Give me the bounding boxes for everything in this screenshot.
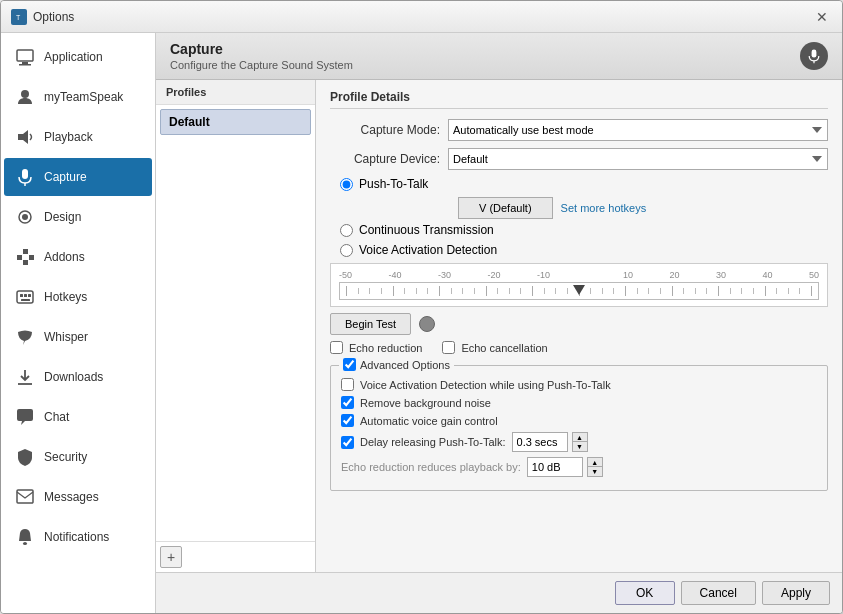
svg-rect-22 (23, 542, 27, 545)
profile-list: Default (156, 105, 315, 541)
sidebar-item-application[interactable]: Application (4, 38, 152, 76)
svg-rect-17 (24, 294, 27, 297)
sidebar-item-hotkeys[interactable]: Hotkeys (4, 278, 152, 316)
sidebar-item-downloads[interactable]: Downloads (4, 358, 152, 396)
auto-voice-gain-checkbox[interactable] (341, 414, 354, 427)
voice-activation-label[interactable]: Voice Activation Detection (359, 243, 497, 257)
design-icon (14, 206, 36, 228)
advanced-options-label[interactable]: Advanced Options (360, 359, 450, 371)
echo-playback-input[interactable] (527, 457, 583, 477)
sidebar-label-application: Application (44, 50, 103, 64)
echo-checks-row: Echo reduction Echo cancellation (330, 341, 828, 359)
sidebar-item-playback[interactable]: Playback (4, 118, 152, 156)
capture-device-select[interactable]: Default (448, 148, 828, 170)
svg-rect-4 (19, 64, 31, 66)
delay-releasing-checkbox[interactable] (341, 436, 354, 449)
delay-releasing-label[interactable]: Delay releasing Push-To-Talk: (360, 436, 506, 448)
advanced-options-group: Advanced Options Voice Activation Detect… (330, 365, 828, 491)
notifications-icon (14, 526, 36, 548)
set-hotkeys-link[interactable]: Set more hotkeys (561, 202, 647, 214)
sidebar-item-chat[interactable]: Chat (4, 398, 152, 436)
sidebar-item-notifications[interactable]: Notifications (4, 518, 152, 556)
sidebar-label-chat: Chat (44, 410, 69, 424)
cancel-button[interactable]: Cancel (681, 581, 756, 605)
slider-pointer (573, 285, 585, 295)
echo-playback-label: Echo reduction reduces playback by: (341, 461, 521, 473)
hotkey-button[interactable]: V (Default) (458, 197, 553, 219)
sidebar-item-whisper[interactable]: Whisper (4, 318, 152, 356)
profile-item-default[interactable]: Default (160, 109, 311, 135)
profiles-footer: + (156, 541, 315, 572)
echo-playback-down[interactable]: ▼ (588, 467, 602, 476)
apply-button[interactable]: Apply (762, 581, 830, 605)
slider-track[interactable] (339, 282, 819, 300)
svg-rect-7 (22, 169, 28, 179)
svg-rect-11 (17, 255, 22, 260)
sidebar-item-myteamspeak[interactable]: myTeamSpeak (4, 78, 152, 116)
capture-mode-select[interactable]: Automatically use best mode Windows Audi… (448, 119, 828, 141)
continuous-label[interactable]: Continuous Transmission (359, 223, 494, 237)
sidebar-item-design[interactable]: Design (4, 198, 152, 236)
delay-releasing-row: Delay releasing Push-To-Talk: ▲ ▼ (341, 432, 817, 452)
delay-spinbox-down[interactable]: ▼ (573, 442, 587, 451)
vad-pushtotalk-label[interactable]: Voice Activation Detection while using P… (360, 379, 611, 391)
echo-cancellation-checkbox[interactable] (442, 341, 455, 354)
remove-bg-checkbox[interactable] (341, 396, 354, 409)
voice-activation-row: Voice Activation Detection (340, 243, 828, 257)
sidebar-item-addons[interactable]: Addons (4, 238, 152, 276)
echo-playback-row: Echo reduction reduces playback by: ▲ ▼ (341, 457, 817, 477)
echo-cancellation-label[interactable]: Echo cancellation (461, 342, 547, 354)
sidebar-label-playback: Playback (44, 130, 93, 144)
echo-reduction-checkbox[interactable] (330, 341, 343, 354)
echo-reduction-row: Echo reduction (330, 341, 422, 354)
echo-reduction-label[interactable]: Echo reduction (349, 342, 422, 354)
mic-icon (14, 166, 36, 188)
voice-activation-radio[interactable] (340, 244, 353, 257)
begin-test-button[interactable]: Begin Test (330, 313, 411, 335)
ok-button[interactable]: OK (615, 581, 675, 605)
sidebar: Application myTeamSpeak Playback Capture (1, 33, 156, 613)
echo-playback-spinbox: ▲ ▼ (527, 457, 603, 477)
messages-icon (14, 486, 36, 508)
content-area: Application myTeamSpeak Playback Capture (1, 33, 842, 613)
sidebar-label-myteamspeak: myTeamSpeak (44, 90, 123, 104)
speaker-icon (14, 126, 36, 148)
whisper-icon (14, 326, 36, 348)
auto-voice-gain-label[interactable]: Automatic voice gain control (360, 415, 498, 427)
delay-spinbox-up[interactable]: ▲ (573, 433, 587, 442)
remove-bg-label[interactable]: Remove background noise (360, 397, 491, 409)
push-to-talk-radio[interactable] (340, 178, 353, 191)
main-panel: Capture Configure the Capture Sound Syst… (156, 33, 842, 613)
push-to-talk-label[interactable]: Push-To-Talk (359, 177, 428, 191)
begin-test-row: Begin Test (330, 313, 828, 335)
advanced-options-checkbox[interactable] (343, 358, 356, 371)
delay-spinbox-arrows: ▲ ▼ (572, 432, 588, 452)
advanced-options-legend: Advanced Options (339, 358, 454, 371)
close-button[interactable]: ✕ (812, 7, 832, 27)
sidebar-label-messages: Messages (44, 490, 99, 504)
sidebar-item-capture[interactable]: Capture (4, 158, 152, 196)
echo-playback-up[interactable]: ▲ (588, 458, 602, 467)
auto-voice-gain-row: Automatic voice gain control (341, 414, 817, 427)
slider-container: -50 -40 -30 -20 -10 10 20 30 40 50 (339, 270, 819, 300)
window-title: Options (33, 10, 74, 24)
sidebar-label-downloads: Downloads (44, 370, 103, 384)
echo-cancellation-row: Echo cancellation (442, 341, 547, 354)
panel-title: Capture (170, 41, 353, 57)
continuous-radio[interactable] (340, 224, 353, 237)
sidebar-item-messages[interactable]: Messages (4, 478, 152, 516)
capture-status-indicator (419, 316, 435, 332)
vad-pushtotalk-checkbox[interactable] (341, 378, 354, 391)
security-icon (14, 446, 36, 468)
vad-pushtotalk-row: Voice Activation Detection while using P… (341, 378, 817, 391)
delay-spinbox-input[interactable] (512, 432, 568, 452)
app-icon: T (11, 9, 27, 25)
sidebar-label-design: Design (44, 210, 81, 224)
capture-device-label: Capture Device: (330, 152, 440, 166)
svg-point-5 (21, 90, 29, 98)
svg-rect-19 (21, 299, 30, 301)
sidebar-item-security[interactable]: Security (4, 438, 152, 476)
sidebar-label-notifications: Notifications (44, 530, 109, 544)
sidebar-label-whisper: Whisper (44, 330, 88, 344)
add-profile-button[interactable]: + (160, 546, 182, 568)
